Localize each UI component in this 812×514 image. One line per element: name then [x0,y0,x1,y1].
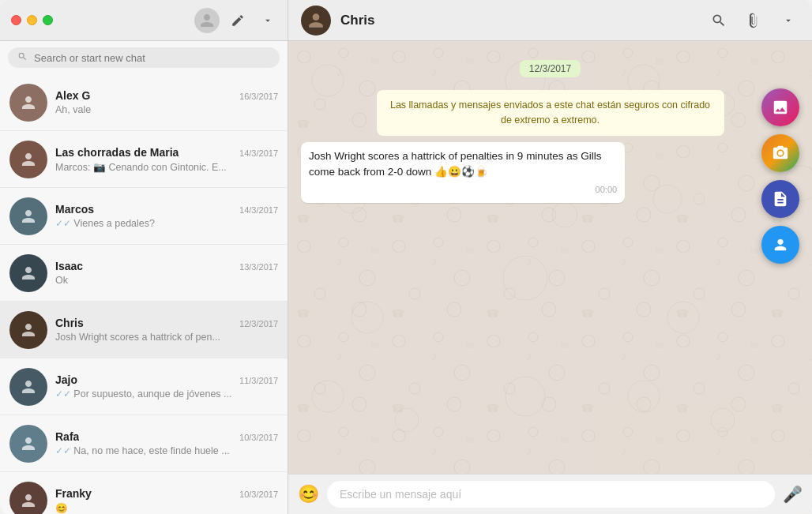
chat-item-content-chris: Chris 12/3/2017 Josh Wright scores a hat… [55,317,278,343]
chat-name-las-chorradas: Las chorradas de Maria [55,146,179,159]
chat-preview-marcos: ✓✓ Vienes a pedales? [55,218,278,229]
chat-avatar-rafa [9,425,47,463]
app-container: Chris [0,0,812,514]
attachment-button[interactable] [739,6,768,35]
tick-marcos: ✓✓ [55,218,73,229]
security-notice: Las llamadas y mensajes enviados a este … [377,90,724,136]
chat-date-franky: 10/3/2017 [239,490,278,499]
chat-date-jajo: 11/3/2017 [239,376,278,385]
chat-date-isaac: 13/3/2017 [239,262,278,272]
new-chat-button[interactable] [229,12,246,29]
message-text: Josh Wright scores a hattrick of penalti… [309,150,601,178]
my-profile-avatar[interactable] [194,8,220,33]
chat-preview-chris: Josh Wright scores a hattrick of pen... [55,332,278,343]
chat-name-franky: Franky [55,487,92,500]
chat-date-chris: 12/3/2017 [239,319,278,328]
chat-item-content-marcos: Marcos 14/3/2017 ✓✓ Vienes a pedales? [55,203,278,229]
chat-name-rafa: Rafa [55,430,79,443]
traffic-lights [11,15,53,25]
send-image-button[interactable] [761,88,799,126]
chat-messages: 12/3/2017 Las llamadas y mensajes enviad… [288,41,812,474]
chat-item-las-chorradas[interactable]: Las chorradas de Maria 14/3/2017 Marcos:… [0,131,288,188]
chat-item-content-alex: Alex G 16/3/2017 Ah, vale [55,89,278,115]
chat-header-info[interactable]: Chris [301,6,374,36]
search-bar [0,41,288,74]
chat-item-content-jajo: Jajo 11/3/2017 ✓✓ Por supuesto, aunque d… [55,373,278,400]
chat-item-header-franky: Franky 10/3/2017 [55,487,278,500]
chat-preview-alex: Ah, vale [55,104,278,115]
chat-preview-las-chorradas: Marcos: 📷 Cenando con Gintonic. E... [55,161,278,173]
chat-preview-franky: 😊 [55,502,278,514]
chat-date-marcos: 14/3/2017 [239,205,278,215]
chat-item-marcos[interactable]: Marcos 14/3/2017 ✓✓ Vienes a pedales? [0,188,288,245]
chat-preview-jajo: ✓✓ Por supuesto, aunque de jóvenes ... [55,388,278,400]
title-bar-left [0,0,288,40]
tick-rafa: ✓✓ [55,445,73,456]
chat-input-bar: 😊 🎤 [288,474,812,514]
send-contact-button[interactable] [761,226,799,264]
chat-avatar-jajo [9,368,47,406]
title-bar-actions [229,12,276,29]
chat-item-alex[interactable]: Alex G 16/3/2017 Ah, vale [0,74,288,131]
chat-item-content-rafa: Rafa 10/3/2017 ✓✓ Na, no me hace, este f… [55,430,278,456]
chat-preview-isaac: Ok [55,275,278,286]
maximize-traffic-light[interactable] [43,15,53,25]
chat-item-header-alex: Alex G 16/3/2017 [55,89,278,102]
chat-item-jajo[interactable]: Jajo 11/3/2017 ✓✓ Por supuesto, aunque d… [0,358,288,415]
message-time: 00:00 [309,183,617,197]
chat-area: ♪ ☎ ✉ [288,41,812,514]
search-icon [17,51,28,64]
minimize-traffic-light[interactable] [27,15,37,25]
search-wrapper[interactable] [8,47,280,68]
chat-date-rafa: 10/3/2017 [239,433,278,442]
send-document-button[interactable] [761,180,799,218]
sidebar-dropdown-button[interactable] [259,12,276,29]
chat-header-actions [708,6,799,35]
chat-name-alex: Alex G [55,89,90,102]
chat-date-las-chorradas: 14/3/2017 [239,148,278,158]
message-input[interactable] [327,481,775,508]
chat-item-header-las-chorradas: Las chorradas de Maria 14/3/2017 [55,146,278,159]
chat-item-header-rafa: Rafa 10/3/2017 [55,430,278,443]
search-chat-button[interactable] [708,9,730,32]
chat-item-header-jajo: Jajo 11/3/2017 [55,373,278,386]
chat-options-dropdown[interactable] [777,9,799,32]
chat-item-isaac[interactable]: Isaac 13/3/2017 Ok [0,245,288,302]
message-bubble: Josh Wright scores a hattrick of penalti… [301,142,625,203]
date-badge: 12/3/2017 [520,60,581,77]
send-camera-button[interactable] [761,134,799,172]
chat-item-content-las-chorradas: Las chorradas de Maria 14/3/2017 Marcos:… [55,146,278,173]
chat-contact-avatar [301,6,331,36]
chat-name-isaac: Isaac [55,260,83,272]
chat-item-header-isaac: Isaac 13/3/2017 [55,260,278,272]
chat-avatar-chris [9,311,47,349]
chat-item-content-isaac: Isaac 13/3/2017 Ok [55,260,278,286]
chat-avatar-marcos [9,197,47,235]
floating-actions [761,88,799,264]
chat-avatar-las-chorradas [9,141,47,178]
chat-item-rafa[interactable]: Rafa 10/3/2017 ✓✓ Na, no me hace, este f… [0,415,288,472]
chat-name-chris: Chris [55,317,84,329]
chat-item-franky[interactable]: Franky 10/3/2017 😊 [0,472,288,514]
chat-name-marcos: Marcos [55,203,94,216]
emoji-button[interactable]: 😊 [298,484,319,505]
chat-name-jajo: Jajo [55,373,77,386]
chat-item-header-chris: Chris 12/3/2017 [55,317,278,329]
chat-avatar-franky [9,482,47,515]
tick-jajo: ✓✓ [55,388,73,400]
chat-item-content-franky: Franky 10/3/2017 😊 [55,487,278,514]
chat-avatar-isaac [9,254,47,292]
title-bar: Chris [0,0,812,41]
chat-list: Alex G 16/3/2017 Ah, vale Las chorradas … [0,74,288,514]
chat-avatar-alex [9,84,47,122]
mic-button[interactable]: 🎤 [783,485,803,504]
search-input[interactable] [34,52,270,64]
chat-preview-rafa: ✓✓ Na, no me hace, este finde huele ... [55,445,278,456]
chat-date-alex: 16/3/2017 [239,92,278,101]
date-divider: 12/3/2017 [301,60,799,77]
sidebar: Alex G 16/3/2017 Ah, vale Las chorradas … [0,41,288,514]
close-traffic-light[interactable] [11,15,21,25]
chat-header: Chris [288,0,812,40]
chat-item-chris[interactable]: Chris 12/3/2017 Josh Wright scores a hat… [0,302,288,358]
chat-item-header-marcos: Marcos 14/3/2017 [55,203,278,216]
